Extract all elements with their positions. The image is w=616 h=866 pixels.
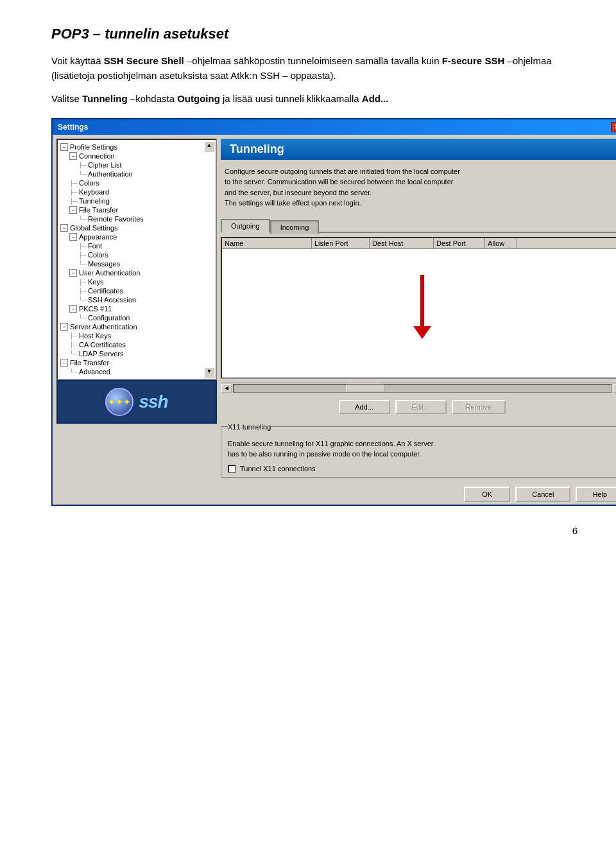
expander-profile[interactable]: − [60, 143, 68, 151]
tab-outgoing[interactable]: Outgoing [221, 219, 270, 233]
tree-item-messages[interactable]: └─ Messages [59, 259, 214, 268]
tree-label: Messages [88, 260, 120, 268]
tree-label: File Transfer [79, 206, 118, 214]
col-dest-port: Dest Port [434, 238, 485, 248]
arrow-head [413, 326, 431, 339]
scroll-thumb[interactable] [346, 385, 385, 392]
tree-item-ca-certs[interactable]: ├─ CA Certificates [59, 340, 214, 349]
tree-label: File Transfer [70, 359, 109, 367]
tree-item-ssh-accession[interactable]: └─ SSH Accession [59, 295, 214, 304]
tree-item-certificates[interactable]: ├─ Certificates [59, 286, 214, 295]
expander-appearance[interactable]: − [69, 233, 77, 241]
table-body [222, 249, 616, 377]
x11-checkbox[interactable] [228, 465, 236, 473]
tree-label: LDAP Servers [79, 350, 124, 358]
tree-scroll-up[interactable]: ▲ [204, 141, 214, 152]
tree-label: Host Keys [79, 332, 111, 340]
tree-label: User Authentication [79, 269, 140, 277]
tree-label: Appearance [79, 233, 117, 241]
scroll-right-button[interactable]: ▶ [613, 384, 616, 393]
leaf-line: └─ [78, 315, 86, 321]
tree-item-file-transfer-2[interactable]: − File Transfer [59, 358, 214, 367]
tree-item-appearance[interactable]: − Appearance [59, 232, 214, 241]
tree-item-host-keys[interactable]: ├─ Host Keys [59, 331, 214, 340]
arrow-shaft [420, 275, 424, 326]
scrollbar: ◀ ▶ [221, 383, 616, 394]
tree-item-user-auth[interactable]: − User Authentication [59, 268, 214, 277]
close-button[interactable]: ✕ [611, 122, 616, 132]
tree-label: Configuration [88, 314, 130, 322]
tree-label: PKCS #11 [79, 305, 112, 313]
leaf-line: └─ [78, 171, 86, 177]
edit-button[interactable]: Edit... [395, 400, 447, 414]
tree-scroll-down[interactable]: ▼ [204, 367, 214, 377]
tree-label: Certificates [88, 287, 123, 295]
tree-item-advanced[interactable]: └─ Advanced [59, 367, 214, 376]
tree-item-keyboard[interactable]: ├─ Keyboard [59, 187, 214, 196]
ok-button[interactable]: OK [464, 487, 510, 502]
tree-item-keys[interactable]: ├─ Keys [59, 277, 214, 286]
help-button[interactable]: Help [576, 487, 616, 502]
leaf-line: └─ [69, 368, 77, 375]
leaf-line: ├─ [78, 288, 86, 294]
leaf-line: ├─ [78, 279, 86, 285]
ssh-logo-circle: ✦✦✦ [105, 388, 133, 416]
x11-checkbox-row: Tunnel X11 connections [228, 465, 616, 473]
tree-item-file-transfer-1[interactable]: − File Transfer [59, 205, 214, 214]
tree-item-pkcs11[interactable]: − PKCS #11 [59, 304, 214, 313]
x11-description: Enable secure tunneling for X11 graphic … [228, 438, 616, 460]
tree-label: Font [88, 242, 102, 250]
leaf-line: ├─ [78, 252, 86, 258]
tree-label: SSH Accession [88, 296, 136, 304]
col-allow: Allow [485, 238, 517, 248]
remove-button[interactable]: Remove [452, 400, 506, 414]
tree-item-colors-2[interactable]: ├─ Colors [59, 250, 214, 259]
add-button[interactable]: Add... [339, 400, 390, 414]
col-name: Name [222, 238, 312, 248]
tree-item-tunneling[interactable]: ├─ Tunneling [59, 196, 214, 205]
expander-pkcs11[interactable]: − [69, 305, 77, 313]
tree-item-global-settings[interactable]: − Global Settings [59, 223, 214, 232]
expander-file-transfer-2[interactable]: − [60, 359, 68, 367]
cancel-button[interactable]: Cancel [515, 487, 570, 502]
tunneling-header: Tunneling [221, 139, 616, 160]
scroll-left-button[interactable]: ◀ [221, 384, 232, 393]
ssh-stars: ✦✦✦ [108, 397, 131, 407]
tree-label: Connection [79, 152, 115, 160]
tree-item-font[interactable]: ├─ Font [59, 241, 214, 250]
expander-file-transfer[interactable]: − [69, 206, 77, 214]
tab-incoming[interactable]: Incoming [270, 220, 320, 234]
settings-dialog: Settings ✕ ▲ − Profile Settings − Connec… [51, 118, 616, 506]
leaf-line: ├─ [69, 198, 77, 204]
tree-label: Colors [79, 179, 99, 187]
tree-item-colors-1[interactable]: ├─ Colors [59, 178, 214, 187]
expander-server-auth[interactable]: − [60, 323, 68, 331]
tree-item-authentication[interactable]: └─ Authentication [59, 169, 214, 178]
page-content: POP3 – tunnelin asetukset Voit käyttää S… [51, 26, 578, 536]
ssh-logo-text: ssh [139, 392, 167, 412]
title-bar: Settings ✕ [53, 119, 616, 135]
expander-connection[interactable]: − [69, 152, 77, 160]
leaf-line: └─ [69, 351, 77, 357]
bottom-buttons: OK Cancel Help [53, 481, 616, 505]
tree-label: CA Certificates [79, 341, 126, 349]
tree-item-ldap[interactable]: └─ LDAP Servers [59, 349, 214, 358]
tree-item-remote-favorites[interactable]: └─ Remote Favorites [59, 214, 214, 223]
expander-user-auth[interactable]: − [69, 269, 77, 277]
tree-item-connection[interactable]: − Connection [59, 152, 214, 160]
tree-label: Authentication [88, 170, 133, 178]
tree-label: Global Settings [70, 224, 118, 232]
tree-item-cipher-list[interactable]: ├─ Cipher List [59, 160, 214, 169]
expander-global[interactable]: − [60, 224, 68, 232]
ssh-logo: ✦✦✦ ssh [56, 380, 217, 424]
leaf-line: └─ [78, 261, 86, 267]
tree-item-profile-settings[interactable]: − Profile Settings [59, 143, 214, 152]
tree-label: Remote Favorites [88, 215, 144, 223]
leaf-line: ├─ [69, 189, 77, 195]
scroll-track[interactable] [233, 384, 612, 393]
tree-panel[interactable]: ▲ − Profile Settings − Connection ├─ Cip… [56, 139, 217, 380]
ssh-logo-inner: ✦✦✦ ssh [105, 388, 167, 416]
tree-item-server-auth[interactable]: − Server Authentication [59, 322, 214, 331]
tree-item-configuration[interactable]: └─ Configuration [59, 313, 214, 322]
x11-legend: X11 tunneling [228, 423, 271, 431]
